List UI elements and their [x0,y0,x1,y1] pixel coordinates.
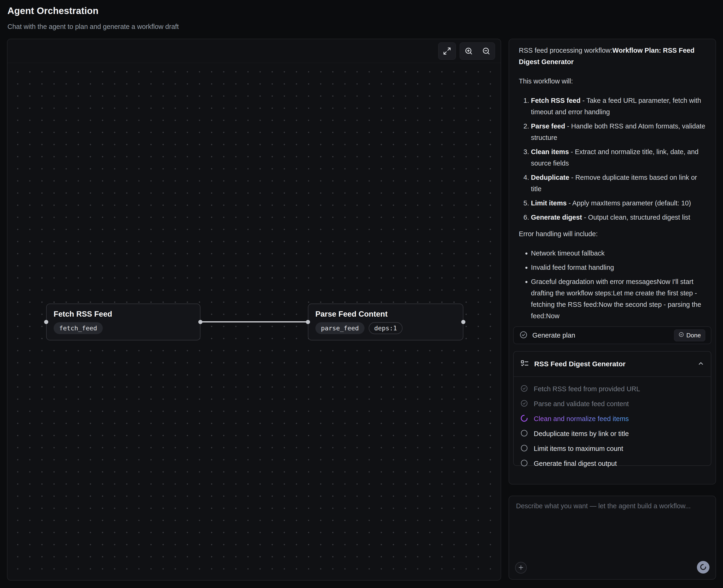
error-handling-list: Network timeout fallback Invalid feed fo… [519,248,706,322]
list-item: Fetch RSS feed - Take a feed URL paramet… [531,95,706,118]
node-id-badge: parse_feed [315,322,364,334]
output-port[interactable] [198,320,203,324]
generate-plan-step[interactable]: Generate plan Done [513,327,711,344]
spinner-icon [520,414,528,423]
composer-input[interactable] [509,496,716,557]
task-label: Deduplicate items by link or title [534,430,629,438]
node-title: Parse Feed Content [315,310,456,318]
agent-chat-panel: RSS feed processing workflow:Workflow Pl… [509,39,716,484]
tasks-card-title: RSS Feed Digest Generator [534,360,692,368]
node-badges: parse_feed deps:1 [315,322,456,334]
task-row-pending: Generate final digest output [520,456,704,471]
task-label: Parse and validate feed content [534,400,629,408]
plan-step-label: Generate plan [532,332,575,339]
check-circle-icon [519,331,528,340]
status-badge-label: Done [686,332,701,339]
plus-icon [518,564,524,571]
error-handling-lead: Error handling will include: [519,228,706,240]
page-subtitle: Chat with the agent to plan and generate… [7,23,179,30]
list-item: Graceful degradation with error messages… [531,276,706,322]
list-item: Deduplicate - Remove duplicate items bas… [531,172,706,195]
zoom-in-button[interactable] [460,43,477,60]
list-item: Limit items - Apply maxItems parameter (… [531,197,706,209]
task-row-active: Clean and normalize feed items [520,411,704,426]
message-lead: This workflow will: [519,76,706,87]
workflow-node-fetch-feed[interactable]: Fetch RSS Feed fetch_feed [46,303,200,340]
canvas-grid[interactable]: Fetch RSS Feed fetch_feed Parse Feed Con… [7,63,501,580]
chat-composer [509,496,716,580]
list-item: Parse feed - Handle both RSS and Atom fo… [531,121,706,143]
fit-view-button[interactable] [438,42,456,60]
node-id-badge: fetch_feed [54,322,103,334]
intro-plain-text: RSS feed processing workflow: [519,47,612,54]
circle-icon [520,444,528,453]
list-item: Network timeout fallback [531,248,706,259]
check-circle-icon [679,332,684,339]
check-circle-icon [520,384,528,393]
status-badge: Done [674,330,705,341]
agent-orchestration-page: Agent Orchestration Chat with the agent … [0,0,723,588]
spinner-icon [699,563,707,571]
task-row-pending: Limit items to maximum count [520,441,704,456]
task-label: Generate final digest output [534,460,617,467]
task-label: Limit items to maximum count [534,445,623,453]
tasks-card-header[interactable]: RSS Feed Digest Generator [514,352,711,376]
zoom-out-button[interactable] [477,43,495,60]
task-list: Fetch RSS feed from provided URL Parse a… [514,377,711,476]
zoom-out-icon [482,47,490,55]
workflow-tasks-card: RSS Feed Digest Generator Fetch RSS feed… [513,351,711,466]
workflow-canvas: Fetch RSS Feed fetch_feed Parse Feed Con… [7,39,501,581]
attach-button[interactable] [515,562,527,573]
zoom-in-icon [465,47,473,55]
input-port[interactable] [44,320,48,324]
expand-icon [443,47,451,55]
workflow-edge[interactable] [200,321,308,322]
list-item: Generate digest - Output clean, structur… [531,212,706,223]
output-port[interactable] [461,320,465,324]
circle-icon [520,429,528,438]
workflow-steps-list: Fetch RSS feed - Take a feed URL paramet… [519,95,706,223]
task-row-pending: Deduplicate items by link or title [520,426,704,441]
list-checks-icon [520,359,529,369]
page-title: Agent Orchestration [7,6,99,16]
message-intro: RSS feed processing workflow:Workflow Pl… [519,45,706,68]
list-item: Invalid feed format handling [531,262,706,273]
workflow-node-parse-feed[interactable]: Parse Feed Content parse_feed deps:1 [308,303,463,340]
zoom-controls [460,42,495,60]
chevron-up-icon [697,360,704,368]
task-row-done: Parse and validate feed content [520,396,704,411]
task-row-done: Fetch RSS feed from provided URL [520,381,704,396]
circle-icon [520,459,528,468]
input-port[interactable] [306,320,310,324]
node-title: Fetch RSS Feed [54,310,193,318]
list-item: Clean items - Extract and normalize titl… [531,146,706,169]
task-label: Clean and normalize feed items [534,415,629,423]
node-deps-badge: deps:1 [369,322,403,334]
canvas-toolbar [7,39,501,63]
send-button-loading[interactable] [697,561,709,573]
task-label: Fetch RSS feed from provided URL [534,385,640,393]
assistant-message: RSS feed processing workflow:Workflow Pl… [509,39,716,324]
node-badges: fetch_feed [54,322,193,334]
check-circle-icon [520,399,528,408]
